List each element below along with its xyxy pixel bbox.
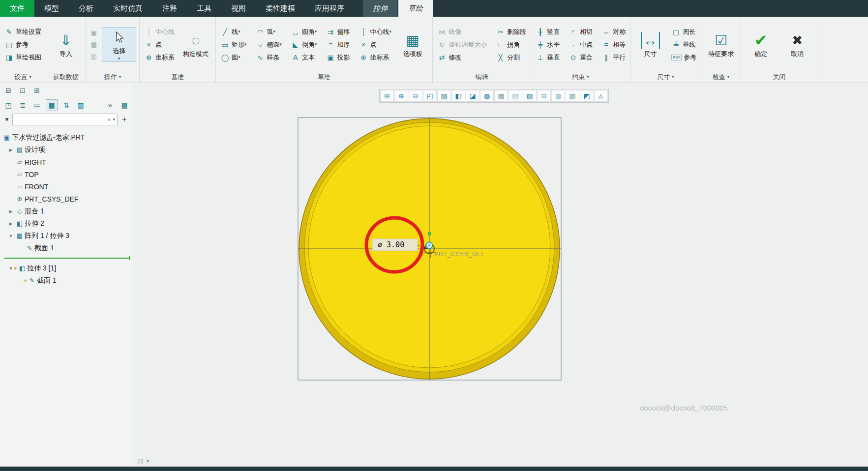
tab-analysis[interactable]: 分析 (69, 0, 103, 17)
tab-view[interactable]: 视图 (221, 0, 256, 17)
tab-flexible-modeling[interactable]: 柔性建模 (256, 0, 305, 17)
midpoint-constraint-button[interactable]: ∙ 中点 (567, 38, 594, 51)
circle-button[interactable]: ◯ 圆 ▾ (219, 51, 248, 64)
tree-item-design-items[interactable]: ▶ ▤ 设计项 (0, 144, 133, 156)
reference-dim-button[interactable]: REF 参考 (670, 51, 698, 64)
group-caption-dimension[interactable]: 尺寸 ▾ (633, 71, 698, 83)
point-button[interactable]: × 点 (358, 38, 393, 51)
delete-segment-button[interactable]: ✂ 删除段 (494, 26, 528, 38)
ellipse-button[interactable]: ○ 椭圆 ▾ (254, 38, 284, 51)
clear-filter-icon[interactable]: × (107, 116, 111, 123)
insert-here-locator[interactable] (4, 258, 130, 259)
arc-button[interactable]: ◠ 弧 ▾ (254, 26, 284, 38)
add-filter-button[interactable]: + (120, 115, 129, 124)
ok-button[interactable]: ✔ 确定 (744, 30, 778, 59)
selection-filter-icon[interactable]: ▤ (137, 457, 143, 465)
vertical-constraint-button[interactable]: ╂ 竖直 (534, 26, 561, 38)
chevron-down-icon[interactable]: ▾ (146, 457, 150, 465)
tree-filters-icon[interactable]: ◳ (3, 100, 14, 111)
tab-file[interactable]: 文件 (0, 0, 34, 17)
detail-view-icon[interactable]: ≔ (31, 100, 42, 111)
dimension-button[interactable]: ↔ 尺寸 (633, 30, 667, 59)
expand-arrow-icon[interactable]: ▶ (7, 221, 15, 226)
sketch-csys-button[interactable]: ⊕ 坐标系 (358, 51, 393, 64)
tab-tools[interactable]: 工具 (187, 0, 221, 17)
chevron-down-icon[interactable]: ▾ (273, 29, 276, 34)
tree-item-part[interactable]: ▣ 下水管过滤盖-老家.PRT (0, 131, 133, 144)
coincident-constraint-button[interactable]: ⊙ 重合 (567, 51, 594, 64)
tab-live-simulation[interactable]: 实时仿真 (103, 0, 152, 17)
divide-button[interactable]: ╳ 分割 (494, 51, 528, 64)
chevron-down-icon[interactable]: ▾ (389, 29, 392, 34)
dimension-value[interactable]: ⌀ 3.00 (378, 240, 404, 249)
sort-icon[interactable]: ⇅ (61, 100, 72, 111)
tree-item-extrude-3[interactable]: ▼ ∗ ◧ 拉伸 3 [1] (0, 262, 133, 274)
thicken-button[interactable]: ≡ 加厚 (325, 38, 352, 51)
tree-filter-input[interactable] (15, 116, 105, 124)
expand-arrow-icon[interactable]: ▶ (7, 147, 15, 152)
group-caption-settings[interactable]: 设置 ▾ (3, 71, 43, 83)
column-view-icon[interactable]: ▦ (46, 99, 58, 111)
tree-item-csys[interactable]: ⊕ PRT_CSYS_DEF (0, 193, 133, 205)
fillet-button[interactable]: ◡ 圆角 ▾ (289, 26, 319, 38)
tree-settings-icon[interactable]: ▤ (119, 100, 130, 111)
chevron-down-icon[interactable]: ▾ (280, 42, 282, 47)
text-button[interactable]: A 文本 (289, 51, 319, 64)
mirror-button[interactable]: ⋈ 镜像 (436, 26, 488, 38)
references-button[interactable]: ▤ 参考 (3, 38, 43, 51)
copy-icon[interactable]: ▤ (89, 40, 99, 50)
graphics-area[interactable]: ⊞ ⊕ ⊖ ◰ ▧ ◧ ◪ ◍ ▦ ▤ ▨ ⊙ ◎ ▥ ◩ ◬ (133, 83, 868, 467)
tree-item-blend-1[interactable]: ▶ ◇ 混合 1 (0, 205, 133, 217)
overflow-chevron-icon[interactable]: » (105, 100, 116, 111)
list-view-icon[interactable]: ≣ (17, 100, 28, 111)
chamfer-button[interactable]: ◣ 倒角 ▾ (289, 38, 319, 51)
import-button[interactable]: ⇓ 导入 (49, 30, 83, 59)
tree-item-front-plane[interactable]: ▱ FRONT (0, 180, 133, 193)
rectangle-button[interactable]: ▭ 矩形 ▾ (219, 38, 248, 51)
csys-label[interactable]: PRT_CSYS_DEF (434, 251, 485, 258)
tab-annotate[interactable]: 注释 (152, 0, 187, 17)
parallel-constraint-button[interactable]: ∥ 平行 (600, 51, 627, 64)
selection-handle[interactable] (428, 232, 431, 236)
tree-item-extrude-2[interactable]: ▶ ◧ 拉伸 2 (0, 217, 133, 230)
chevron-down-icon[interactable]: ▾ (315, 42, 317, 47)
cancel-button[interactable]: ✖ 取消 (780, 30, 814, 59)
favorites-icon[interactable]: ⊞ (31, 85, 42, 96)
chevron-down-icon[interactable]: ▾ (113, 118, 115, 122)
equal-constraint-button[interactable]: = 相等 (600, 38, 627, 51)
tab-extrude[interactable]: 拉伸 (363, 0, 397, 17)
perimeter-button[interactable]: ▢ 周长 (670, 26, 698, 38)
construction-mode-button[interactable]: ◌ 构造模式 (179, 30, 212, 59)
spline-button[interactable]: ∿ 样条 (254, 51, 284, 64)
chevron-down-icon[interactable]: ▾ (118, 57, 120, 61)
centerline-datum-button[interactable]: ┆ 中心线 (143, 26, 176, 38)
select-button[interactable]: 选择 ▾ (102, 27, 136, 62)
modify-button[interactable]: ⇄ 修改 (436, 51, 488, 64)
offset-button[interactable]: ⇉ 偏移 (325, 26, 352, 38)
chevron-down-icon[interactable]: ▾ (238, 55, 240, 59)
palette-button[interactable]: ▦ 选项板 (396, 30, 429, 59)
baseline-button[interactable]: ╧ 基线 (670, 38, 698, 51)
columns-icon[interactable]: ▥ (75, 100, 86, 111)
perpendicular-constraint-button[interactable]: ⊥ 垂直 (534, 51, 561, 64)
tree-item-top-plane[interactable]: ▱ TOP (0, 168, 133, 180)
tree-item-right-plane[interactable]: ▱ RIGHT (0, 156, 133, 168)
point-datum-button[interactable]: × 点 (143, 38, 176, 51)
tree-item-section-1[interactable]: ✎ 截面 1 (0, 242, 133, 254)
tab-model[interactable]: 模型 (34, 0, 69, 17)
group-caption-inspect[interactable]: 检查 ▾ (704, 71, 738, 83)
tree-item-section-1-pending[interactable]: ∗ ✎ 截面 1 (0, 274, 133, 287)
collapse-arrow-icon[interactable]: ▼ (7, 234, 15, 238)
tab-applications[interactable]: 应用程序 (305, 0, 354, 17)
chevron-down-icon[interactable]: ▾ (238, 29, 240, 34)
sketch-setup-button[interactable]: ✎ 草绘设置 (3, 26, 43, 38)
symmetric-constraint-button[interactable]: ⇔ 对称 (600, 26, 627, 38)
horizontal-constraint-button[interactable]: ┿ 水平 (534, 38, 561, 51)
model-tree-toggle-icon[interactable]: ⊟ (3, 85, 14, 96)
project-button[interactable]: ▣ 投影 (325, 51, 352, 64)
line-button[interactable]: ╱ 线 ▾ (219, 26, 248, 38)
model-viewport[interactable]: ⌀ 3.00 PRT_CSYS_DEF (133, 83, 868, 467)
tree-item-pattern-1[interactable]: ▼ ▦ 阵列 1 / 拉伸 3 (0, 230, 133, 242)
paste-icon[interactable]: ▣ (89, 28, 99, 38)
rotate-resize-button[interactable]: ↻ 旋转调整大小 (436, 38, 488, 51)
